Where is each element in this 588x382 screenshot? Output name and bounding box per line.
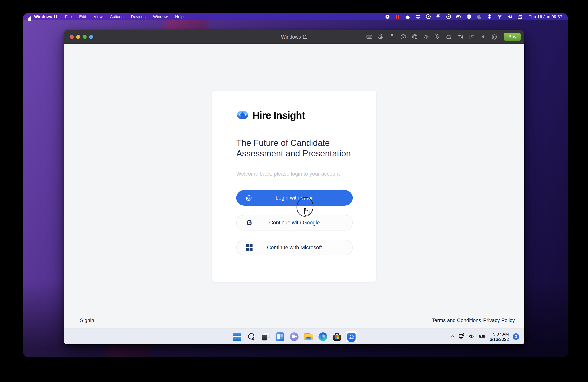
vm-title-bar: Windows 11 — [64, 30, 524, 44]
vm-window: Windows 11 — [64, 30, 524, 344]
menu-item-window[interactable]: Window — [153, 14, 168, 19]
cd-icon[interactable] — [400, 34, 407, 40]
dropbox-icon[interactable] — [416, 14, 420, 19]
shared-folder-icon[interactable] — [468, 34, 475, 40]
microsoft-logo-icon — [245, 244, 253, 252]
buy-button[interactable]: Buy — [504, 33, 521, 41]
microphone-muted-icon[interactable] — [434, 34, 441, 40]
docker-icon[interactable] — [405, 14, 410, 19]
email-at-icon: @ — [245, 194, 253, 202]
back-icon[interactable] — [480, 34, 486, 40]
tray-time: 9:37 AM — [490, 331, 509, 337]
welcome-subtitle: Welcome back, please login to your accou… — [236, 171, 376, 177]
network-globe-icon[interactable] — [411, 34, 418, 40]
continue-with-google-label: Continue with Google — [269, 220, 320, 226]
close-button[interactable] — [70, 35, 74, 39]
wifi-icon[interactable] — [497, 14, 502, 19]
continue-with-microsoft-label: Continue with Microsoft — [267, 245, 322, 251]
task-view-icon[interactable] — [260, 331, 271, 342]
continue-with-google-button[interactable]: G Continue with Google — [236, 215, 353, 231]
terms-and-conditions-link[interactable]: Terms and Conditions — [432, 317, 481, 323]
volume-icon[interactable] — [507, 14, 512, 19]
control-center-icon[interactable] — [517, 14, 523, 19]
zoom-button[interactable] — [83, 35, 87, 39]
screen-background: Windows 11 File Edit View Actions Device… — [0, 0, 588, 382]
pause-icon[interactable] — [395, 14, 400, 19]
menu-item-edit[interactable]: Edit — [79, 14, 86, 19]
cpu-icon[interactable] — [377, 34, 384, 40]
headline-line2: Assessment and Presentation — [236, 148, 376, 159]
store-icon[interactable] — [332, 331, 343, 342]
minimize-button[interactable] — [76, 35, 80, 39]
hire-insight-logo-icon — [236, 108, 249, 122]
notification-badge[interactable]: 3 — [513, 333, 519, 340]
onepassword-icon[interactable] — [426, 14, 431, 19]
tray-network-icon[interactable] — [459, 333, 465, 340]
login-with-email-button[interactable]: @ Login with email — [236, 190, 353, 206]
bluetooth-icon[interactable] — [487, 14, 492, 19]
headline-line1: The Future of Candidate — [236, 138, 376, 148]
start-icon[interactable] — [231, 331, 243, 342]
hard-disk-icon[interactable] — [445, 34, 452, 40]
zigzag-icon[interactable] — [436, 14, 441, 19]
battery-charging-icon[interactable] — [456, 14, 462, 19]
macos-menu-bar: Windows 11 File Edit View Actions Device… — [23, 13, 568, 20]
moon-icon — [477, 14, 482, 19]
file-explorer-icon[interactable] — [303, 331, 314, 342]
usb-icon[interactable] — [389, 34, 395, 40]
login-with-email-label: Login with email — [275, 195, 314, 201]
tray-clock[interactable]: 9:37 AM 6/16/2022 — [490, 331, 509, 342]
vm-window-title: Windows 11 — [281, 34, 307, 40]
signin-link[interactable]: Signin — [80, 317, 94, 323]
record-indicator-icon[interactable] — [385, 14, 390, 19]
camera-off-icon[interactable] — [457, 34, 463, 40]
headline: The Future of Candidate Assessment and P… — [236, 138, 376, 159]
tray-chevron-icon[interactable] — [450, 335, 455, 339]
menu-item-file[interactable]: File — [65, 14, 72, 19]
menu-bar-clock[interactable]: Thu 16 Jun 09:37 — [529, 14, 562, 19]
keyboard-icon[interactable] — [366, 34, 373, 40]
menu-item-actions[interactable]: Actions — [110, 14, 124, 19]
menu-item-help[interactable]: Help — [175, 14, 184, 19]
search-icon[interactable] — [246, 331, 257, 342]
brand-name: Hire Insight — [252, 109, 305, 121]
widgets-icon[interactable] — [274, 331, 286, 342]
sound-icon[interactable] — [423, 34, 429, 40]
settings-gear-icon[interactable] — [491, 34, 498, 40]
tray-battery-icon[interactable] — [479, 334, 486, 340]
play-circle-icon[interactable] — [446, 14, 451, 19]
menu-item-devices[interactable]: Devices — [131, 14, 146, 19]
continue-with-microsoft-button[interactable]: Continue with Microsoft — [236, 240, 353, 255]
hire-insight-app-icon[interactable] — [346, 331, 357, 342]
chat-icon[interactable] — [289, 331, 300, 342]
macos-desktop-wallpaper: Windows 11 File Edit View Actions Device… — [23, 13, 568, 357]
windows-taskbar: 9:37 AM 6/16/2022 3 — [64, 328, 524, 344]
menu-app-name[interactable]: Windows 11 — [34, 14, 58, 19]
privacy-policy-link[interactable]: Privacy Policy — [483, 317, 515, 323]
google-g-icon: G — [245, 219, 253, 227]
login-card: Hire Insight The Future of Candidate Ass… — [212, 90, 376, 282]
notes-icon[interactable] — [466, 14, 472, 19]
windows-desktop: Hire Insight The Future of Candidate Ass… — [64, 44, 524, 344]
edge-icon[interactable] — [317, 331, 329, 342]
tray-volume-muted-icon[interactable] — [469, 334, 475, 340]
fullscreen-button[interactable] — [89, 35, 93, 39]
tray-date: 6/16/2022 — [490, 337, 509, 342]
menu-item-view[interactable]: View — [94, 14, 103, 19]
